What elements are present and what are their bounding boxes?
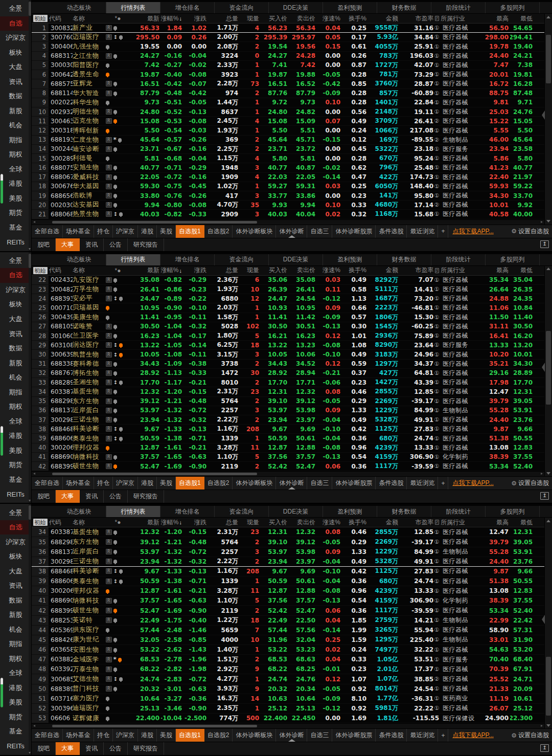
table-row[interactable]: 50688389普门科技R20.32-3.01-0.633.93万920.322… [32,684,544,694]
news-tab-0[interactable]: 股吧 [32,742,56,755]
column-header-13[interactable]: 金额 [368,14,400,23]
alert-bell-icon[interactable] [113,194,117,197]
table-row[interactable]: 49300685艾德生物R↕24.74-2.83-0.724.27万124.74… [32,674,544,684]
column-header-17[interactable]: 最低 [510,518,534,527]
alert-bell-icon[interactable] [119,580,123,583]
column-header-8[interactable]: 现量 [240,518,261,527]
alert-bell-icon[interactable] [106,129,109,132]
watchlist-tab-11[interactable]: 体外诊断股票 [332,225,376,238]
alert-bell-icon[interactable] [113,334,117,338]
alert-bell-icon[interactable] [106,73,109,76]
news-tab-4[interactable]: 研究报告 [128,238,164,251]
initial-sort-button[interactable]: 初始 [33,519,48,526]
table-row[interactable]: 14300244迪安诊断R23.71-0.67-0.162.25万223.712… [32,145,544,154]
sidebar-item-16[interactable]: REITs [0,235,31,250]
watchlist-tab-2[interactable]: 持仓 [94,477,113,490]
quote-tab-2[interactable]: 增仓排名 [160,2,215,13]
table-row[interactable]: 37300298三诺生物R23.94-1.32-0.322.22万223.942… [32,415,544,425]
sidebar-item-9[interactable]: 期指 [0,637,31,652]
news-tab-0[interactable]: 股吧 [32,238,56,251]
alert-bell-icon[interactable] [113,287,117,291]
news-tab-0[interactable]: 股吧 [32,490,56,503]
column-header-1[interactable]: 代码 [49,518,73,527]
alert-bell-icon[interactable] [113,278,117,282]
sidebar-item-15[interactable]: 基金 [0,472,31,487]
table-row[interactable]: 35688298东方生物R39.12-1.21-0.485764239.1039… [32,537,544,547]
alert-bell-icon[interactable] [106,306,109,309]
quote-tab-5[interactable]: 盈利预测 [323,2,377,13]
watchlist-tab-4[interactable]: 港股 [138,225,157,238]
watchlist-tab-11[interactable]: 体外诊断股票 [332,477,376,490]
sidebar-item-8[interactable]: 机会 [0,370,31,385]
watchlist-tab-13[interactable]: 最近浏览 [407,225,438,238]
column-header-13[interactable]: 金额 [368,266,400,275]
column-header-5[interactable]: 涨幅%↓ [161,266,183,275]
quote-tab-0[interactable]: 动态板块 [52,2,106,13]
news-tab-1[interactable]: 大事 [56,742,80,755]
column-header-17[interactable]: 最低 [510,266,534,275]
table-row[interactable]: 42688399硕世生物R52.47-1.69-0.902119252.4252… [32,606,544,615]
alert-bell-icon[interactable] [113,119,117,123]
alert-bell-icon[interactable] [106,157,109,160]
sidebar-item-14[interactable]: 期货 [0,458,31,473]
sidebar-item-11[interactable]: 全球 [0,414,31,429]
column-header-8[interactable]: 现量 [240,14,261,23]
table-row[interactable]: 10002932明德生物R24.80-0.52-0.138637124.8024… [32,107,544,117]
watchlist-tab-2[interactable]: 持仓 [94,729,113,742]
news-tab-3[interactable]: 公告 [104,238,128,251]
column-header-12[interactable]: 换手% [342,266,368,275]
watchlist-tab-6[interactable]: 自选股1 [176,225,204,238]
watchlist-tab-7[interactable]: 自选股2 [204,477,233,490]
sidebar-item-0[interactable]: 全景 [0,505,31,520]
column-header-14[interactable]: 市盈率2 [400,14,441,23]
alert-bell-icon[interactable] [106,706,109,710]
column-header-11[interactable]: 涨速% [317,518,342,527]
quote-tab-4[interactable]: DDE决策 [269,254,323,265]
watchlist-tab-14[interactable]: + [438,729,448,742]
alert-bell-icon[interactable] [113,399,117,403]
table-row[interactable]: 29603108润达医疗R↕13.22-1.05-0.146.25万1813.2… [32,341,544,350]
watchlist-tab-7[interactable]: 自选股2 [204,225,233,238]
alert-bell-icon[interactable] [113,540,117,544]
alert-bell-icon[interactable] [113,166,117,169]
vertical-scrollbar[interactable] [544,14,552,225]
column-header-1[interactable]: 代码 [49,14,73,23]
column-header-14[interactable]: 市盈率2 [400,266,441,275]
column-header-7[interactable]: 总量 [208,518,240,527]
watchlist-tab-5[interactable]: 美股 [157,729,176,742]
news-tab-3[interactable]: 公告 [104,742,128,755]
table-row[interactable]: 46603658安图生物R53.22-2.62-1.431.40万153.225… [32,645,544,655]
alert-bell-icon[interactable] [113,92,117,95]
table-row[interactable]: 36688137近岸蛋白R53.97-1.32-0.722257353.9753… [32,406,544,415]
alert-bell-icon[interactable] [113,599,117,603]
alert-bell-icon[interactable] [113,464,117,468]
table-row[interactable]: 44605369拱东医疗57.44-2.48-1.465659757.4457.… [32,626,544,635]
initial-sort-button[interactable]: 初始 [33,267,48,274]
news-tab-1[interactable]: 大事 [56,490,80,503]
watchlist-tab-14[interactable]: + [438,477,448,490]
watchlist-settings-button[interactable]: ⚙设置自选股 [508,225,552,238]
quote-tab-5[interactable]: 盈利预测 [323,254,377,265]
sidebar-item-1[interactable]: 自选 [0,16,31,31]
vertical-scrollbar-thumb[interactable] [546,35,551,83]
watchlist-tab-7[interactable]: 自选股2 [204,729,233,742]
quote-tab-6[interactable]: 财务数据 [377,254,431,265]
sidebar-item-10[interactable]: 期权 [0,652,31,666]
alert-bell-icon[interactable] [119,35,123,39]
table-row[interactable]: 22002432九安医疗R35.08-0.82-0.292.36万635.063… [32,276,544,285]
column-header-11[interactable]: 涨速% [317,266,342,275]
alert-bell-icon[interactable] [113,560,117,563]
column-header-12[interactable]: 换手% [342,518,368,527]
table-row[interactable]: 13688193仁度生物R*45.64-0.57-0.26369245.6445… [32,136,544,145]
table-row[interactable]: 43688253英诺特R22.49-1.75-0.401.22万1822.492… [32,616,544,626]
news-tab-3[interactable]: 公告 [104,490,128,503]
sidebar-item-13[interactable]: 美股 [0,443,31,458]
quote-tab-4[interactable]: DDE决策 [269,506,323,517]
column-header-9[interactable]: 买入价 [261,518,289,527]
table-row[interactable]: 51603716塞力医疗10.64-3.27-0.3616.3万1410.631… [32,694,544,704]
column-header-6[interactable]: 涨跌 [183,266,208,275]
watchlist-tab-12[interactable]: 条件选股 [376,477,407,490]
table-row[interactable]: 34603387基蛋生物R12.32-1.20-0.152.31万2312.31… [32,387,544,396]
table-row[interactable]: 31688338赛科希德R34.43-1.09-0.383738234.4334… [32,360,544,369]
table-row[interactable]: 34603387基蛋生物R12.32-1.20-0.152.31万2312.31… [32,527,544,537]
